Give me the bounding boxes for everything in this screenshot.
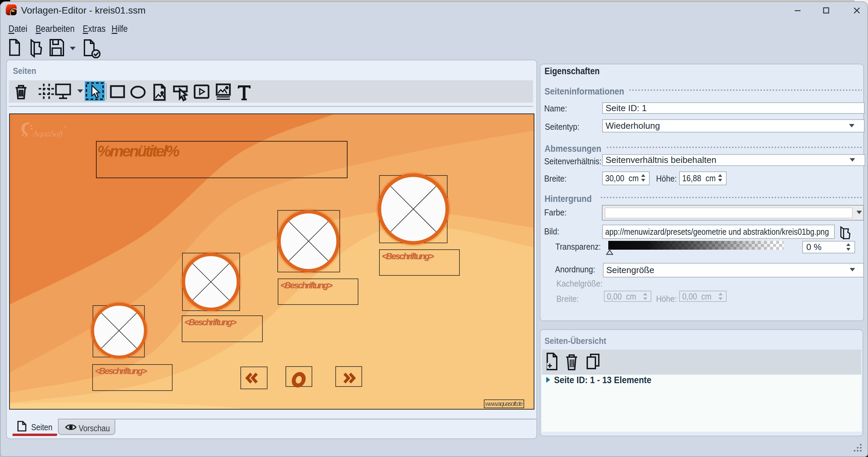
svg-text:%menütitel%: %menütitel% bbox=[97, 142, 180, 160]
svg-text:®: ® bbox=[64, 125, 66, 129]
svg-text:<Beschriftung>: <Beschriftung> bbox=[95, 366, 147, 376]
svg-text:www.aquasoft.de: www.aquasoft.de bbox=[485, 400, 523, 407]
svg-text:<Beschriftung>: <Beschriftung> bbox=[184, 317, 237, 327]
svg-text:<Beschriftung>: <Beschriftung> bbox=[280, 280, 333, 290]
svg-text:<Beschriftung>: <Beschriftung> bbox=[382, 251, 434, 261]
svg-text:AquaSoft: AquaSoft bbox=[32, 129, 63, 139]
